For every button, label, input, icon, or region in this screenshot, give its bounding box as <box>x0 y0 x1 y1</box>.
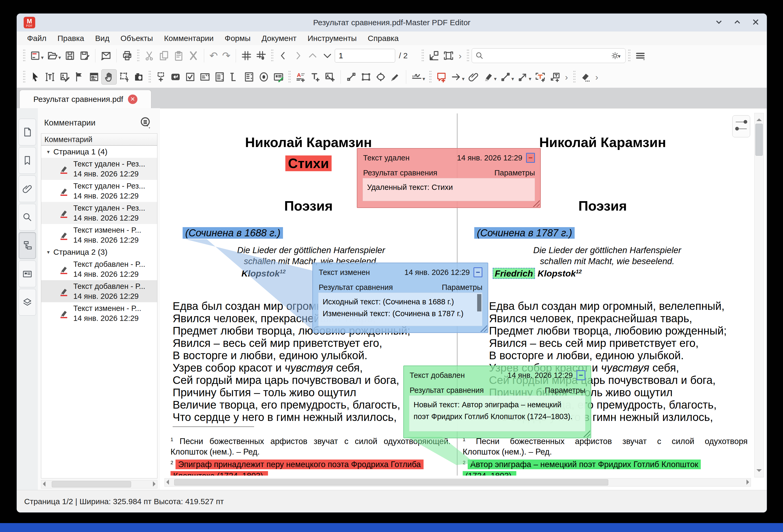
popup-scrollbar-thumb[interactable] <box>477 294 481 311</box>
comment-item[interactable]: Текст добавлен - Р...14 янв. 2026 12:29 <box>41 258 157 280</box>
added-word-highlight[interactable]: Friedrich <box>493 268 535 279</box>
save-button[interactable] <box>63 48 77 63</box>
rectangle-tool-button[interactable] <box>359 70 373 84</box>
email-button[interactable] <box>98 48 113 63</box>
search-input[interactable] <box>484 51 610 60</box>
menu-edit[interactable]: Правка <box>52 32 90 45</box>
deleted-word[interactable]: Стихи <box>285 156 332 171</box>
radio-button-tool-button[interactable] <box>256 70 271 84</box>
comment-item[interactable]: Текст добавлен - Р...14 янв. 2026 12:29 <box>41 280 157 302</box>
menu-file[interactable]: Файл <box>22 32 52 45</box>
deleted-footnote-highlight[interactable]: Эпиграф принадлежит перу немецкого поэта… <box>176 460 424 469</box>
toolbar-grip[interactable] <box>149 71 151 83</box>
menu-tools[interactable]: Инструменты <box>302 32 362 45</box>
open-file-button[interactable] <box>45 48 60 63</box>
sidebar-tab-bookmarks[interactable] <box>19 147 36 174</box>
comments-menu-button[interactable] <box>139 116 153 130</box>
print-button[interactable] <box>120 48 134 63</box>
sidebar-tab-comments[interactable] <box>19 232 36 259</box>
sidebar-tab-signatures[interactable] <box>19 261 36 287</box>
pen-tool-button[interactable] <box>388 70 403 84</box>
highlighter-tool-button[interactable] <box>481 70 496 84</box>
callout-tool-button[interactable] <box>547 70 562 84</box>
comments-column-header[interactable]: Комментарий <box>41 134 157 146</box>
edit-text-tool-button[interactable] <box>42 70 57 84</box>
popup-params-link[interactable]: Параметры <box>545 386 586 395</box>
arrow-diagonal-tool-button[interactable] <box>515 70 530 84</box>
collapse-triangle-icon[interactable]: ▾ <box>47 249 50 255</box>
text-box-tool-button[interactable] <box>533 70 547 84</box>
zoom-to-selection-button[interactable] <box>427 48 441 63</box>
measure-tool-button[interactable] <box>227 70 242 84</box>
tools-overflow-chevron[interactable]: › <box>593 72 601 82</box>
sidebar-tab-attachments[interactable] <box>19 175 36 202</box>
toolbar-grip[interactable] <box>628 49 630 62</box>
toolbar-grip[interactable] <box>288 71 291 83</box>
toolbar-grip[interactable] <box>23 49 25 62</box>
scroll-right-arrow-icon[interactable] <box>153 481 156 487</box>
sidebar-tab-layers[interactable] <box>19 289 36 315</box>
horizontal-scrollbar[interactable] <box>164 478 751 487</box>
toolbar-grip[interactable] <box>271 49 273 62</box>
popup-text-deleted[interactable]: Текст удален 14 янв. 2026 12:29 Результа… <box>357 148 541 208</box>
sidebar-tab-search[interactable] <box>19 204 36 231</box>
slider-row[interactable] <box>735 119 747 126</box>
changed-text-highlight[interactable]: (Сочинена в 1688 г.) <box>183 227 283 239</box>
deleted-footnote-highlight[interactable]: Клопштока (1724–1803). <box>170 471 268 475</box>
minimize-icon[interactable] <box>714 17 724 27</box>
comments-horizontal-scrollbar[interactable] <box>41 480 157 489</box>
edit-image-tool-button[interactable] <box>57 70 72 84</box>
popup-minimize-button[interactable] <box>526 153 535 163</box>
tab-close-icon[interactable]: ✕ <box>128 95 137 104</box>
comment-item[interactable]: Текст изменен - Р...14 янв. 2026 12:29 <box>41 224 157 246</box>
scroll-right-arrow-icon[interactable] <box>747 479 749 485</box>
annotation-overflow-chevron[interactable]: › <box>562 72 570 82</box>
document-viewport[interactable]: Николай Карамзин Стихи Поэзия (Сочинена … <box>160 108 767 490</box>
toolbar-grip[interactable] <box>137 49 139 62</box>
comment-item[interactable]: Текст удален - Рез...14 янв. 2026 12:29 <box>41 202 157 224</box>
paste-button[interactable] <box>171 48 186 63</box>
line-annotation-tool-button[interactable] <box>498 70 513 84</box>
menu-document[interactable]: Документ <box>256 32 302 45</box>
toolbar-grip[interactable] <box>429 71 432 83</box>
undo-icon[interactable]: ↶ <box>207 50 220 61</box>
new-document-button[interactable] <box>28 48 42 63</box>
signature-tool-button[interactable]: x <box>409 70 424 84</box>
object-inspector-button[interactable] <box>87 70 101 84</box>
select-region-tool-button[interactable] <box>117 70 131 84</box>
comment-item[interactable]: Текст удален - Рез...14 янв. 2026 12:29 <box>41 158 157 180</box>
sidebar-tab-thumbnails[interactable] <box>19 119 36 145</box>
grid-button[interactable] <box>239 48 254 63</box>
titlebar[interactable]: MPDF Результат сравнения.pdf-Master PDF … <box>17 14 767 32</box>
search-options-caret-icon[interactable]: ▾ <box>618 53 621 59</box>
listbox-tool-button[interactable] <box>212 70 227 84</box>
close-icon[interactable] <box>751 17 760 27</box>
page-slider-widget[interactable] <box>732 115 750 137</box>
added-footnote-highlight[interactable]: Автор эпиграфа – немецкий поэт Фридрих Г… <box>468 460 701 469</box>
signature-field-tool-button[interactable] <box>271 70 286 84</box>
slider-row[interactable] <box>735 126 747 132</box>
add-image-tool-button[interactable] <box>323 70 337 84</box>
add-text-tool-button[interactable] <box>308 70 323 84</box>
slider-handle[interactable] <box>744 120 747 124</box>
popup-params-link[interactable]: Параметры <box>494 169 535 177</box>
maximize-icon[interactable] <box>732 17 742 27</box>
copy-button[interactable] <box>157 48 171 63</box>
delete-button[interactable] <box>186 48 201 63</box>
next-page-button[interactable] <box>320 48 335 63</box>
scrollbar-thumb[interactable] <box>174 479 608 486</box>
comment-item[interactable]: Текст изменен - Р...14 янв. 2026 12:29 <box>41 302 157 324</box>
combobox-tool-button[interactable] <box>197 70 212 84</box>
save-as-button[interactable] <box>77 48 92 63</box>
fit-page-button[interactable] <box>441 48 456 63</box>
hand-tool-button[interactable] <box>101 69 117 85</box>
scroll-down-arrow-icon[interactable] <box>756 469 762 474</box>
changed-text-highlight[interactable]: (Сочинена в 1787 г.) <box>474 227 575 239</box>
collapse-triangle-icon[interactable]: ▾ <box>47 148 50 155</box>
scrollbar-thumb[interactable] <box>52 481 131 487</box>
scroll-left-arrow-icon[interactable] <box>43 481 45 487</box>
last-page-button[interactable] <box>291 48 305 63</box>
menu-forms[interactable]: Формы <box>219 32 256 45</box>
comments-group-page1[interactable]: ▾Страница 1 (4) <box>41 146 157 158</box>
vertical-scrollbar[interactable] <box>754 113 764 477</box>
